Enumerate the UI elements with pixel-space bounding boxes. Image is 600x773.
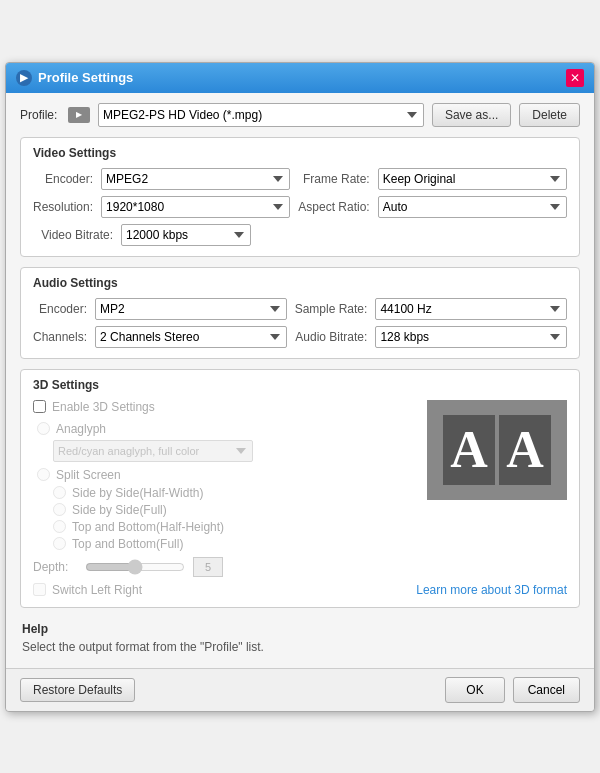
3d-settings-section: 3D Settings A A Enable 3D Settings Anagl… [20,369,580,608]
depth-slider[interactable] [85,559,185,575]
dialog-body: Profile: ▶ MPEG2-PS HD Video (*.mpg) Sav… [6,93,594,668]
video-bitrate-select[interactable]: 12000 kbps [121,224,251,246]
switch-left-right-checkbox[interactable] [33,583,46,596]
help-section: Help Select the output format from the "… [20,618,580,658]
preview-letter-a-left: A [443,415,495,485]
channels-select[interactable]: 2 Channels Stereo [95,326,287,348]
title-bar: ▶ Profile Settings ✕ [6,63,594,93]
side-by-side-half-radio[interactable] [53,486,66,499]
depth-value-input[interactable] [193,557,223,577]
top-bottom-full-row: Top and Bottom(Full) [33,537,567,551]
enable-3d-label: Enable 3D Settings [52,400,155,414]
delete-button[interactable]: Delete [519,103,580,127]
audio-bitrate-select[interactable]: 128 kbps [375,326,567,348]
depth-row: Depth: [33,557,567,577]
aspect-ratio-label: Aspect Ratio: [298,200,369,214]
encoder-label: Encoder: [33,172,93,186]
switch-left-right-row: Switch Left Right [33,583,142,597]
restore-defaults-button[interactable]: Restore Defaults [20,678,135,702]
sample-rate-select[interactable]: 44100 Hz [375,298,567,320]
side-by-side-full-row: Side by Side(Full) [33,503,567,517]
help-text: Select the output format from the "Profi… [22,640,578,654]
channels-label: Channels: [33,330,87,344]
encoder-select[interactable]: MPEG2 [101,168,290,190]
preview-letter-a-right: A [499,415,551,485]
video-settings-section: Video Settings Encoder: MPEG2 Frame Rate… [20,137,580,257]
top-bottom-half-label: Top and Bottom(Half-Height) [72,520,224,534]
side-by-side-half-label: Side by Side(Half-Width) [72,486,203,500]
3d-preview-box: A A [427,400,567,500]
dialog-footer: Restore Defaults OK Cancel [6,668,594,711]
profile-settings-dialog: ▶ Profile Settings ✕ Profile: ▶ MPEG2-PS… [5,62,595,712]
profile-format-icon: ▶ [68,107,90,123]
profile-row: Profile: ▶ MPEG2-PS HD Video (*.mpg) Sav… [20,103,580,127]
preview-aa-graphic: A A [443,415,551,485]
video-bitrate-label: Video Bitrate: [33,228,113,242]
aspect-ratio-select[interactable]: Auto [378,196,567,218]
close-button[interactable]: ✕ [566,69,584,87]
sample-rate-label: Sample Rate: [295,302,368,316]
title-bar-left: ▶ Profile Settings [16,70,133,86]
side-by-side-full-radio[interactable] [53,503,66,516]
audio-bitrate-label: Audio Bitrate: [295,330,368,344]
side-by-side-full-label: Side by Side(Full) [72,503,167,517]
save-as-button[interactable]: Save as... [432,103,511,127]
anaglyph-radio[interactable] [37,422,50,435]
depth-label: Depth: [33,560,77,574]
footer-right: OK Cancel [445,677,580,703]
anaglyph-label: Anaglyph [56,422,106,436]
ok-button[interactable]: OK [445,677,504,703]
video-settings-title: Video Settings [33,146,567,160]
audio-encoder-label: Encoder: [33,302,87,316]
resolution-select[interactable]: 1920*1080 [101,196,290,218]
video-settings-grid: Encoder: MPEG2 Frame Rate: Keep Original… [33,168,567,218]
video-bitrate-row: Video Bitrate: 12000 kbps [33,224,567,246]
top-bottom-half-row: Top and Bottom(Half-Height) [33,520,567,534]
switch-left-right-label: Switch Left Right [52,583,142,597]
profile-label: Profile: [20,108,60,122]
dialog-title: Profile Settings [38,70,133,85]
anaglyph-type-select[interactable]: Red/cyan anaglyph, full color [53,440,253,462]
help-title: Help [22,622,578,636]
cancel-button[interactable]: Cancel [513,677,580,703]
enable-3d-checkbox[interactable] [33,400,46,413]
top-bottom-full-label: Top and Bottom(Full) [72,537,183,551]
learn-more-link[interactable]: Learn more about 3D format [416,583,567,597]
top-bottom-half-radio[interactable] [53,520,66,533]
split-screen-radio[interactable] [37,468,50,481]
switch-row: Switch Left Right Learn more about 3D fo… [33,583,567,597]
top-bottom-full-radio[interactable] [53,537,66,550]
audio-encoder-select[interactable]: MP2 [95,298,287,320]
frame-rate-select[interactable]: Keep Original [378,168,567,190]
audio-settings-section: Audio Settings Encoder: MP2 Sample Rate:… [20,267,580,359]
3d-settings-title: 3D Settings [33,378,567,392]
audio-settings-grid: Encoder: MP2 Sample Rate: 44100 Hz Chann… [33,298,567,348]
profile-select[interactable]: MPEG2-PS HD Video (*.mpg) [98,103,424,127]
frame-rate-label: Frame Rate: [298,172,369,186]
audio-settings-title: Audio Settings [33,276,567,290]
resolution-label: Resolution: [33,200,93,214]
app-icon: ▶ [16,70,32,86]
split-screen-label: Split Screen [56,468,121,482]
